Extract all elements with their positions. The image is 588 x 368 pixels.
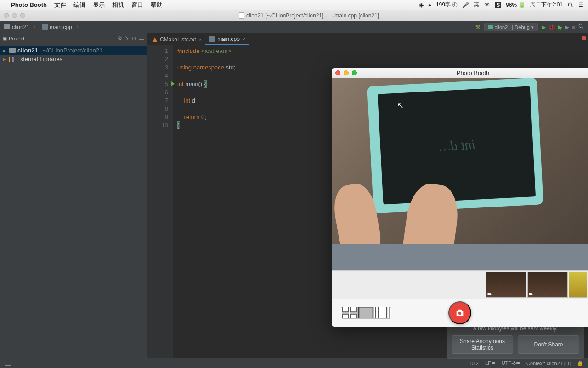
svg-rect-2 bbox=[342, 307, 348, 312]
dont-share-button[interactable]: Don't Share bbox=[518, 335, 579, 354]
line-gutter: 1 2 3 4 5 6 7 8 9 10 bbox=[147, 45, 173, 358]
run-button-icon[interactable]: ▶ bbox=[542, 24, 546, 30]
svg-rect-5 bbox=[351, 314, 356, 319]
status-notifications-icon[interactable]: ☰ bbox=[578, 2, 583, 8]
status-lock-icon[interactable]: 🔒 bbox=[577, 360, 583, 366]
mode-4up-button[interactable] bbox=[341, 307, 358, 318]
svg-rect-9 bbox=[387, 307, 390, 319]
status-spotlight-icon[interactable] bbox=[567, 2, 574, 8]
mode-single-button[interactable] bbox=[358, 307, 374, 318]
thumbnail-3[interactable] bbox=[569, 272, 587, 298]
cpp-file-icon bbox=[209, 36, 215, 42]
menu-edit[interactable]: 编辑 bbox=[74, 1, 85, 9]
statusbar-tool-icon[interactable] bbox=[5, 361, 11, 366]
photobooth-thumbnails[interactable]: ■▸ ■▸ bbox=[332, 270, 588, 299]
zoom-window-icon[interactable] bbox=[352, 70, 357, 75]
close-window-icon[interactable] bbox=[335, 70, 340, 75]
photobooth-titlebar[interactable]: Photo Booth bbox=[332, 68, 588, 78]
photobooth-title: Photo Booth bbox=[362, 69, 584, 76]
status-encoding[interactable]: UTF-8≑ bbox=[502, 360, 520, 366]
svg-rect-7 bbox=[375, 307, 390, 319]
mouse-cursor-icon: ↖ bbox=[397, 100, 404, 110]
tab-cmakelists[interactable]: CMakeLists.txt × bbox=[149, 34, 205, 45]
project-tree[interactable]: ▸ clion21 ~/CLionProject/clion21 ▸ Exter… bbox=[0, 44, 147, 65]
status-battery[interactable]: 96% 🔋 bbox=[506, 2, 525, 8]
clion-titlebar: clion21 [~/CLionProject/clion21] - .../m… bbox=[0, 10, 588, 21]
thumbnail-1[interactable]: ■▸ bbox=[486, 272, 526, 298]
status-app-icon[interactable]: S bbox=[495, 2, 501, 8]
mode-segmented-control[interactable] bbox=[341, 307, 391, 319]
photobooth-window[interactable]: Photo Booth int d… ↖ ■▸ ■▸ bbox=[332, 68, 588, 327]
menu-window[interactable]: 窗口 bbox=[131, 1, 143, 9]
svg-rect-8 bbox=[375, 307, 379, 319]
ide-statusbar: 10:2 LF≑ UTF-8≑ Context: clion21 [D] 🔒 bbox=[0, 358, 588, 368]
status-input-icon[interactable]: 英 bbox=[474, 1, 479, 9]
macos-menubar: Photo Booth 文件 编辑 显示 相机 窗口 帮助 ◉ ● 199字 ㊥… bbox=[0, 0, 588, 10]
camera-icon bbox=[455, 308, 465, 318]
status-ime[interactable]: 199字 ㊥ bbox=[436, 1, 458, 9]
status-clock[interactable]: 周二下午2:01 bbox=[530, 1, 563, 9]
collapse-icon[interactable]: ⇲ bbox=[125, 35, 129, 41]
close-icon[interactable]: × bbox=[199, 37, 202, 42]
svg-rect-4 bbox=[342, 314, 348, 319]
thumbnail-2[interactable]: ■▸ bbox=[527, 272, 568, 298]
close-icon[interactable]: × bbox=[243, 36, 245, 42]
clothing bbox=[332, 244, 588, 270]
status-context[interactable]: Context: clion21 [D] bbox=[526, 361, 571, 366]
share-stats-button[interactable]: Share Anonymous Statistics bbox=[452, 335, 513, 354]
title-file-icon bbox=[239, 12, 244, 19]
run-configuration-dropdown[interactable]: clion21 | Debug ▾ bbox=[484, 23, 538, 31]
shutter-button[interactable] bbox=[448, 301, 471, 324]
menu-camera[interactable]: 相机 bbox=[112, 1, 124, 9]
photobooth-controls bbox=[332, 299, 588, 327]
attach-button-icon[interactable]: ▶ bbox=[565, 24, 569, 30]
project-panel-icon: ▣ bbox=[3, 35, 7, 41]
tablet-prop: int d… bbox=[367, 78, 543, 213]
menu-file[interactable]: 文件 bbox=[54, 1, 66, 9]
status-icon-1[interactable]: ◉ bbox=[419, 2, 424, 8]
stop-button-icon[interactable]: ■ bbox=[572, 24, 575, 30]
clion-traffic-lights[interactable] bbox=[4, 13, 25, 18]
minimize-window-icon[interactable] bbox=[344, 70, 349, 75]
project-sidebar: ▣ Project ⚙ ⇲ ⊙ — ▸ clion21 ~/CLionProje… bbox=[0, 33, 147, 358]
status-line-ending[interactable]: LF≑ bbox=[485, 360, 495, 366]
locate-icon[interactable]: ⊙ bbox=[132, 35, 136, 41]
external-libraries-item[interactable]: ▸ External Libraries bbox=[0, 55, 147, 63]
status-wifi-icon[interactable] bbox=[484, 2, 490, 8]
status-cursor-pos[interactable]: 10:2 bbox=[469, 361, 479, 366]
breadcrumb-folder: clion21 bbox=[12, 24, 29, 30]
settings-gear-icon[interactable]: ⚙ bbox=[118, 35, 122, 41]
photobooth-traffic-lights[interactable] bbox=[335, 70, 357, 75]
svg-point-10 bbox=[458, 312, 461, 315]
search-button-icon[interactable] bbox=[578, 23, 584, 31]
debug-button-icon[interactable]: 🐞 bbox=[548, 24, 555, 30]
menu-view[interactable]: 显示 bbox=[93, 1, 105, 9]
project-root-item[interactable]: ▸ clion21 ~/CLionProject/clion21 bbox=[0, 46, 147, 55]
libraries-icon bbox=[9, 57, 14, 62]
photobooth-viewfinder: int d… ↖ bbox=[332, 78, 588, 270]
folder-icon bbox=[4, 24, 10, 29]
video-badge-icon: ■▸ bbox=[529, 292, 533, 296]
mode-video-button[interactable] bbox=[374, 307, 391, 318]
profile-button-icon[interactable]: ▶̣ bbox=[558, 24, 562, 30]
hammer-build-icon[interactable]: ⚒ bbox=[475, 24, 481, 30]
menu-help[interactable]: 帮助 bbox=[151, 1, 163, 9]
svg-point-0 bbox=[568, 3, 571, 6]
error-indicator-icon[interactable] bbox=[582, 36, 586, 40]
hide-panel-icon[interactable]: — bbox=[139, 36, 144, 41]
anonymous-stats-popup: a few kilobytes will be sent weekly. Sha… bbox=[447, 322, 584, 359]
menubar-appname[interactable]: Photo Booth bbox=[11, 1, 47, 8]
clion-window-title: clion21 [~/CLionProject/clion21] - .../m… bbox=[246, 12, 379, 19]
status-icon-2[interactable]: ● bbox=[428, 2, 431, 8]
cmake-icon bbox=[153, 37, 157, 42]
breadcrumb-file: main.cpp bbox=[50, 24, 72, 30]
status-mic-icon[interactable]: 🎤 bbox=[462, 2, 469, 8]
breadcrumb[interactable]: clion21 〉 main.cpp 〉 bbox=[4, 23, 83, 31]
folder-icon bbox=[9, 48, 16, 53]
svg-rect-3 bbox=[351, 307, 356, 312]
svg-point-1 bbox=[579, 24, 582, 27]
code-content[interactable]: #include <iostream> using namespace std;… bbox=[173, 45, 240, 358]
project-panel-title: Project bbox=[9, 36, 24, 41]
tab-main-cpp[interactable]: main.cpp × bbox=[205, 34, 249, 45]
video-badge-icon: ■▸ bbox=[487, 292, 492, 296]
